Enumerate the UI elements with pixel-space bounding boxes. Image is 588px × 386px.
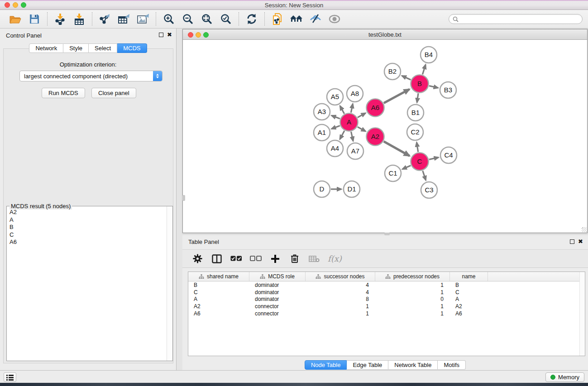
graph-node-C2[interactable]: C2 [407,124,423,140]
result-item[interactable]: C [10,231,166,239]
table-row[interactable]: A6connector11A6 [188,310,585,317]
table-row[interactable]: Adominator80A [188,296,585,303]
tab-network[interactable]: Network [29,43,63,53]
add-column-icon[interactable] [269,253,281,265]
column-header-predecessor-nodes[interactable]: predecessor nodes [375,272,450,281]
split-columns-icon[interactable] [211,253,223,265]
table-row[interactable]: A2connector11A2 [188,303,585,310]
graph-edge-A-A4[interactable] [340,131,344,139]
graph-node-A5[interactable]: A5 [327,89,343,105]
select-all-columns-icon[interactable] [230,253,242,265]
column-header-shared-name[interactable]: shared name [188,272,249,281]
tab-mcds[interactable]: MCDS [117,43,147,53]
run-mcds-button[interactable]: Run MCDS [42,88,85,98]
table-scrollbar[interactable] [579,272,585,356]
zoom-out-icon[interactable] [180,12,196,26]
float-panel-icon[interactable] [159,33,163,37]
graph-edge-B-B3[interactable] [429,86,438,88]
graph-edge-C-C1[interactable] [402,166,411,169]
function-builder-icon[interactable]: f(x) [328,254,342,263]
zoom-fit-icon[interactable] [199,12,215,26]
delete-table-icon[interactable] [308,253,320,265]
task-history-button[interactable] [4,372,16,382]
graph-node-C1[interactable]: C1 [385,165,401,181]
search-input[interactable] [461,16,578,22]
import-network-icon[interactable] [53,12,68,26]
graph-edge-B-B1[interactable] [417,93,418,102]
tab-node-table[interactable]: Node Table [305,360,347,370]
graph-node-A4[interactable]: A4 [327,140,343,157]
close-panel-icon[interactable]: ✖ [167,32,172,38]
open-file-icon[interactable] [8,12,23,26]
graph-node-C[interactable]: C [411,153,429,171]
graph-node-A7[interactable]: A7 [347,143,363,159]
graph-node-C4[interactable]: C4 [440,147,457,163]
zoom-selected-icon[interactable] [218,12,234,26]
resize-grip-icon[interactable] [582,227,587,232]
table-row[interactable]: Bdominator41B [188,281,585,289]
tab-edge-table[interactable]: Edge Table [347,360,388,370]
graph-edge-A-A8[interactable] [351,104,353,113]
result-item[interactable]: B [10,224,166,231]
export-table-icon[interactable] [116,12,132,26]
hide-details-icon[interactable] [308,12,323,26]
show-details-icon[interactable] [327,12,342,26]
graph-edge-A-A2[interactable] [358,127,366,131]
tab-select[interactable]: Select [89,43,117,53]
result-item[interactable]: A6 [10,238,166,246]
graph-node-B2[interactable]: B2 [384,63,401,80]
tab-motifs[interactable]: Motifs [438,360,466,370]
vertical-scroll-nub[interactable] [182,195,185,201]
graph-edge-A-A6[interactable] [358,113,366,118]
export-network-icon[interactable] [97,12,113,26]
graph-node-A2[interactable]: A2 [367,128,384,146]
graph-node-B[interactable]: B [411,75,429,93]
graph-node-A6[interactable]: A6 [367,99,384,117]
save-session-icon[interactable] [27,12,42,26]
mcds-result-list[interactable]: A2ABCA6 [7,207,166,360]
graph-node-B1[interactable]: B1 [407,105,424,121]
result-item[interactable]: A2 [10,209,166,216]
graph-edge-C-C3[interactable] [423,171,426,180]
zoom-in-icon[interactable] [161,12,177,26]
memory-button[interactable]: Memory [545,372,584,382]
graph-edge-A2-C[interactable] [384,142,410,156]
import-table-icon[interactable] [72,12,87,26]
graph-edge-A-A5[interactable] [340,106,344,114]
graph-edge-C-C4[interactable] [429,157,439,159]
result-scrollbar[interactable] [167,206,172,361]
graph-edge-A-A3[interactable] [331,115,339,119]
network-canvas[interactable]: B4B2BB3A8A5A6A3B1AA1C2A2A4A7C4CC1DD1C3 [183,40,587,233]
home-networks-icon[interactable] [289,12,304,26]
close-panel-icon[interactable]: ✖ [578,238,583,244]
column-header-mcds-role[interactable]: MCDS role [249,272,306,281]
search-field[interactable] [449,14,583,24]
graph-edge-A6-B[interactable] [384,89,410,103]
graph-edge-B-B4[interactable] [422,65,425,75]
refresh-icon[interactable] [244,12,259,26]
export-image-icon[interactable] [135,12,151,26]
deselect-all-columns-icon[interactable] [250,253,262,265]
graph-node-B4[interactable]: B4 [421,47,437,63]
graph-node-A8[interactable]: A8 [347,86,363,102]
graph-node-A1[interactable]: A1 [314,124,330,141]
graph-node-C3[interactable]: C3 [421,182,437,198]
result-item[interactable]: A [10,216,166,224]
graph-edge-B-B2[interactable] [402,76,411,80]
graph-edge-A-A1[interactable] [331,126,339,129]
float-panel-icon[interactable] [570,239,574,244]
graph-edge-A-A7[interactable] [351,132,353,141]
tab-style[interactable]: Style [63,43,89,53]
graph-node-A3[interactable]: A3 [314,104,330,120]
graph-node-D[interactable]: D [314,181,330,197]
column-header-name[interactable]: name [450,272,488,281]
table-row[interactable]: Cdominator41C [188,289,585,296]
delete-column-icon[interactable] [289,253,301,265]
graph-node-A[interactable]: A [340,114,358,131]
tab-network-table[interactable]: Network Table [388,360,438,370]
column-header-successor-nodes[interactable]: successor nodes [306,272,375,281]
optimization-criterion-dropdown[interactable]: largest connected component (directed) [19,71,163,81]
graph-node-D1[interactable]: D1 [344,181,360,197]
graph-node-B3[interactable]: B3 [440,82,456,98]
copy-network-icon[interactable] [270,12,285,26]
